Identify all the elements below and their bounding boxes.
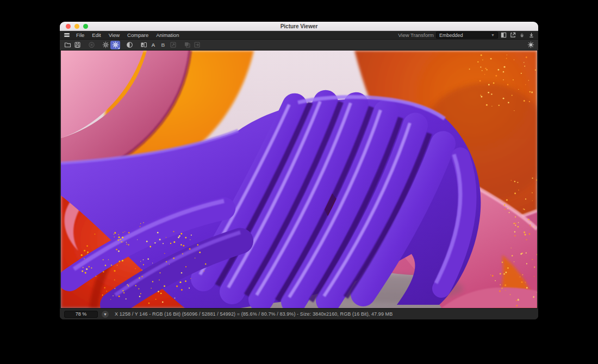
menu-bar: File Edit View Compare Animation View Tr… <box>60 31 538 40</box>
view-transform-value: Embedded <box>439 33 463 38</box>
open-image-button[interactable] <box>63 41 72 49</box>
view-transform-select[interactable]: Embedded ▼ <box>436 32 498 39</box>
ab-split-icon[interactable] <box>139 41 148 49</box>
zoom-dropdown-button[interactable]: ▼ <box>102 311 109 318</box>
toolbar: A B <box>60 40 538 51</box>
pan-hand-icon[interactable] <box>519 32 526 39</box>
window-titlebar[interactable]: Picture Viewer <box>60 22 538 31</box>
close-window-button[interactable] <box>66 24 71 29</box>
copy-image-icon[interactable] <box>182 41 192 49</box>
zoom-level-input[interactable] <box>64 311 98 318</box>
version-b-button[interactable]: B <box>158 41 168 49</box>
filter-gear-button[interactable] <box>110 41 120 49</box>
desktop-background: Picture Viewer File Edit View Compare An… <box>0 0 598 364</box>
view-transform-label: View Transform <box>398 32 434 38</box>
menu-file[interactable]: File <box>72 32 88 38</box>
download-icon[interactable] <box>528 32 535 39</box>
image-viewport[interactable] <box>60 51 538 308</box>
compare-toggle-icon[interactable] <box>124 41 134 49</box>
chevron-down-icon: ▼ <box>491 33 495 37</box>
menu-edit[interactable]: Edit <box>88 32 104 38</box>
popout-window-icon[interactable] <box>509 32 516 39</box>
save-image-button[interactable] <box>72 41 82 49</box>
swap-ab-icon[interactable] <box>168 41 178 49</box>
render-settings-icon[interactable] <box>526 41 535 49</box>
cancel-render-button[interactable] <box>86 41 96 49</box>
zoom-window-button[interactable] <box>83 24 88 29</box>
rendered-image <box>61 51 537 308</box>
version-a-button[interactable]: A <box>148 41 158 49</box>
traffic-lights <box>66 24 88 29</box>
minimize-window-button[interactable] <box>74 24 79 29</box>
menu-animation[interactable]: Animation <box>152 32 183 38</box>
render-settings-gear-button[interactable] <box>101 41 110 49</box>
split-view-icon[interactable] <box>500 32 507 39</box>
picture-viewer-window: Picture Viewer File Edit View Compare An… <box>60 22 538 319</box>
menu-compare[interactable]: Compare <box>123 32 152 38</box>
export-image-icon[interactable] <box>192 41 202 49</box>
pixel-info-text: X 1258 / Y 146 - RGB (16 Bit) (56096 / 5… <box>115 311 393 317</box>
menu-view[interactable]: View <box>105 32 123 38</box>
hamburger-menu-icon[interactable] <box>63 32 71 38</box>
window-title: Picture Viewer <box>60 23 538 29</box>
status-bar: ▼ X 1258 / Y 146 - RGB (16 Bit) (56096 /… <box>60 308 538 319</box>
